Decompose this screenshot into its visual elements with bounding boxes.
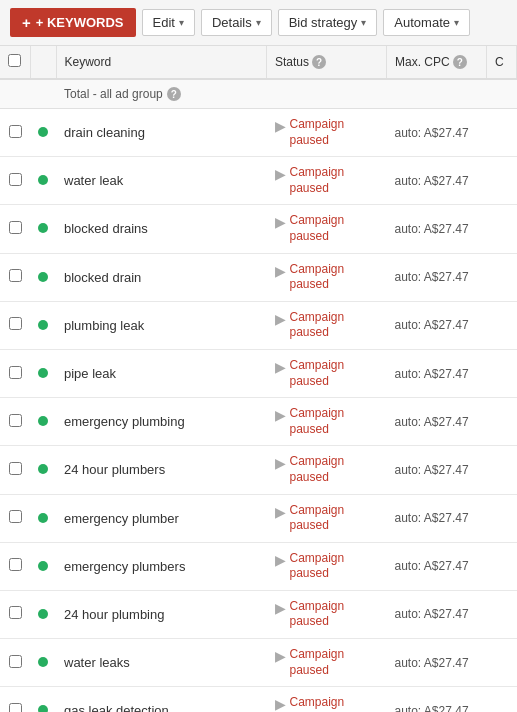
keyword-text: 24 hour plumbing <box>64 607 164 622</box>
status-dot-icon <box>38 368 48 378</box>
keywords-button-label: + KEYWORDS <box>36 15 124 30</box>
automate-button[interactable]: Automate ▾ <box>383 9 470 36</box>
row-checkbox[interactable] <box>9 125 22 138</box>
row-checkbox[interactable] <box>9 173 22 186</box>
row-cpc-cell: auto: A$27.47 <box>387 590 487 638</box>
status-badge[interactable]: Campaign paused <box>290 647 379 678</box>
keyword-text: 24 hour plumbers <box>64 462 165 477</box>
row-checkbox[interactable] <box>9 414 22 427</box>
subtotal-help-icon[interactable]: ? <box>167 87 181 101</box>
table-row: blocked drain ▶ Campaign paused auto: A$… <box>0 253 517 301</box>
row-status-dot-cell <box>30 446 56 494</box>
comment-icon: ▶ <box>275 696 286 712</box>
col-header-extra: C <box>487 46 517 79</box>
row-checkbox[interactable] <box>9 462 22 475</box>
row-checkbox-cell <box>0 301 30 349</box>
status-help-icon[interactable]: ? <box>312 55 326 69</box>
keyword-text: water leaks <box>64 655 130 670</box>
row-checkbox[interactable] <box>9 703 22 712</box>
row-keyword-cell: emergency plumbers <box>56 542 267 590</box>
keyword-text: emergency plumbing <box>64 414 185 429</box>
status-badge[interactable]: Campaign paused <box>290 310 379 341</box>
status-badge[interactable]: Campaign paused <box>290 695 379 712</box>
keyword-text: pipe leak <box>64 366 116 381</box>
status-badge[interactable]: Campaign paused <box>290 454 379 485</box>
status-dot-icon <box>38 657 48 667</box>
edit-label: Edit <box>153 15 175 30</box>
cpc-value: auto: A$27.47 <box>395 463 469 477</box>
comment-icon: ▶ <box>275 504 286 520</box>
subtotal-label-cell: Total - all ad group ? <box>56 79 487 109</box>
keyword-text: blocked drains <box>64 221 148 236</box>
comment-icon: ▶ <box>275 648 286 664</box>
row-cpc-cell: auto: A$27.47 <box>387 398 487 446</box>
keywords-button[interactable]: + + KEYWORDS <box>10 8 136 37</box>
row-keyword-cell: water leaks <box>56 639 267 687</box>
status-badge[interactable]: Campaign paused <box>290 503 379 534</box>
row-keyword-cell: plumbing leak <box>56 301 267 349</box>
status-col-label: Status <box>275 55 309 69</box>
table-row: water leaks ▶ Campaign paused auto: A$27… <box>0 639 517 687</box>
row-status-dot-cell <box>30 109 56 157</box>
row-status-dot-cell <box>30 687 56 712</box>
comment-icon: ▶ <box>275 166 286 182</box>
keyword-text: plumbing leak <box>64 318 144 333</box>
row-extra-cell <box>487 253 517 301</box>
row-status-dot-cell <box>30 205 56 253</box>
status-badge[interactable]: Campaign paused <box>290 117 379 148</box>
row-extra-cell <box>487 687 517 712</box>
comment-icon: ▶ <box>275 552 286 568</box>
row-status-dot-cell <box>30 398 56 446</box>
row-status-cell: ▶ Campaign paused <box>267 494 387 542</box>
cpc-col-label: Max. CPC <box>395 55 450 69</box>
row-checkbox[interactable] <box>9 269 22 282</box>
row-keyword-cell: gas leak detection <box>56 687 267 712</box>
row-checkbox[interactable] <box>9 510 22 523</box>
comment-icon: ▶ <box>275 407 286 423</box>
row-extra-cell <box>487 446 517 494</box>
comment-icon: ▶ <box>275 311 286 327</box>
status-badge[interactable]: Campaign paused <box>290 262 379 293</box>
bid-strategy-button[interactable]: Bid strategy ▾ <box>278 9 378 36</box>
cpc-value: auto: A$27.47 <box>395 415 469 429</box>
status-badge[interactable]: Campaign paused <box>290 358 379 389</box>
row-checkbox-cell <box>0 205 30 253</box>
select-all-checkbox[interactable] <box>8 54 21 67</box>
keywords-table: Keyword Status ? Max. CPC ? C <box>0 46 517 712</box>
cpc-help-icon[interactable]: ? <box>453 55 467 69</box>
row-checkbox[interactable] <box>9 366 22 379</box>
row-status-cell: ▶ Campaign paused <box>267 301 387 349</box>
edit-button[interactable]: Edit ▾ <box>142 9 195 36</box>
plus-icon: + <box>22 14 31 31</box>
comment-icon: ▶ <box>275 600 286 616</box>
row-checkbox[interactable] <box>9 606 22 619</box>
status-badge[interactable]: Campaign paused <box>290 551 379 582</box>
row-status-cell: ▶ Campaign paused <box>267 349 387 397</box>
row-extra-cell <box>487 494 517 542</box>
row-status-dot-cell <box>30 349 56 397</box>
status-badge[interactable]: Campaign paused <box>290 599 379 630</box>
status-dot-icon <box>38 609 48 619</box>
status-dot-icon <box>38 513 48 523</box>
subtotal-extra-cell <box>487 79 517 109</box>
keyword-text: gas leak detection <box>64 703 169 712</box>
row-checkbox[interactable] <box>9 317 22 330</box>
keyword-text: water leak <box>64 173 123 188</box>
cpc-value: auto: A$27.47 <box>395 367 469 381</box>
row-checkbox[interactable] <box>9 558 22 571</box>
details-button[interactable]: Details ▾ <box>201 9 272 36</box>
cpc-value: auto: A$27.47 <box>395 270 469 284</box>
status-badge[interactable]: Campaign paused <box>290 406 379 437</box>
row-checkbox[interactable] <box>9 655 22 668</box>
row-extra-cell <box>487 639 517 687</box>
subtotal-row: Total - all ad group ? <box>0 79 517 109</box>
subtotal-check-cell <box>0 79 30 109</box>
status-badge[interactable]: Campaign paused <box>290 213 379 244</box>
col-header-keyword: Keyword <box>56 46 267 79</box>
row-checkbox[interactable] <box>9 221 22 234</box>
status-badge[interactable]: Campaign paused <box>290 165 379 196</box>
row-extra-cell <box>487 590 517 638</box>
row-cpc-cell: auto: A$27.47 <box>387 301 487 349</box>
row-checkbox-cell <box>0 494 30 542</box>
row-keyword-cell: blocked drains <box>56 205 267 253</box>
